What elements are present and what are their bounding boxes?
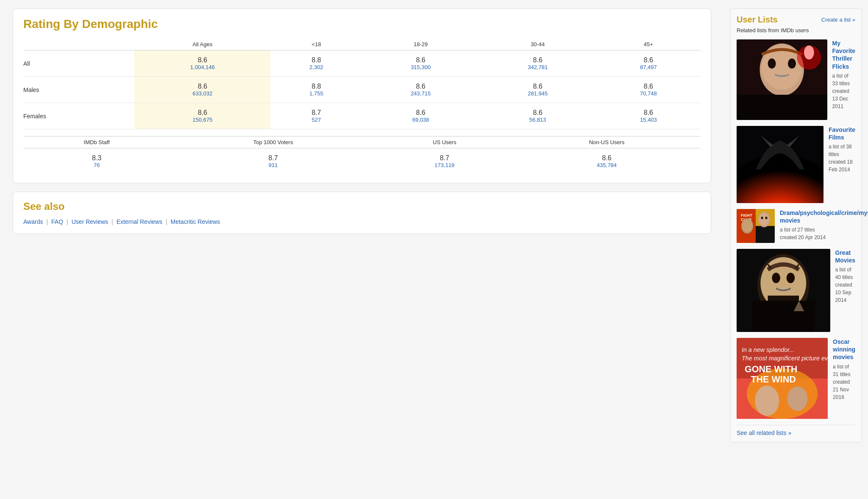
rating-value: 8.6: [416, 109, 426, 116]
special-ratings-table: IMDb Staff Top 1000 Voters US Users Non-…: [23, 136, 701, 174]
vote-count: 281,945: [484, 90, 592, 97]
rating-value: 8.6: [198, 109, 207, 116]
row-label-males: Males: [23, 77, 134, 103]
all-ages-all: 8.6 1,004,146: [134, 50, 270, 77]
svg-point-25: [772, 273, 780, 283]
a1829-males: 8.6 243,715: [362, 77, 479, 103]
special-col-nonus: Non-US Users: [513, 137, 701, 148]
svg-point-26: [787, 273, 795, 283]
list-item-info: Oscar winning movies a list of 31 titles…: [833, 338, 855, 401]
external-reviews-link[interactable]: External Reviews: [117, 218, 162, 225]
list-item-info: Favourite Films a list of 38 titles crea…: [829, 126, 855, 173]
a45p-all: 8.6 87,497: [596, 50, 701, 77]
see-all-related-lists-link[interactable]: See all related lists »: [737, 425, 855, 436]
list-item-title-drama[interactable]: Drama/psychological/crime/mystery movies: [780, 209, 868, 224]
rating-value: 8.7: [440, 154, 449, 162]
vote-count: 911: [174, 162, 372, 168]
metacritic-reviews-link[interactable]: Metacritic Reviews: [171, 218, 220, 225]
table-row: Males 8.6 633,032 8.8 1,755 8.6 243,715: [23, 77, 701, 103]
svg-point-3: [768, 59, 776, 69]
separator: |: [111, 218, 113, 225]
separator: |: [166, 218, 167, 225]
svg-text:In a new splendor...: In a new splendor...: [742, 346, 795, 353]
col-header-3044: 30-44: [479, 39, 596, 50]
svg-text:THE WIND: THE WIND: [751, 374, 796, 385]
user-reviews-link[interactable]: User Reviews: [72, 218, 108, 225]
rating-table: All Ages <18 18-29 30-44 45+ All 8.6 1,0…: [23, 39, 701, 129]
row-label-females: Females: [23, 103, 134, 129]
vote-count: 69,038: [367, 117, 475, 123]
list-item-title-great[interactable]: Great Movies: [835, 249, 855, 264]
special-col-top1000: Top 1000 Voters: [170, 137, 376, 148]
rating-value: 8.6: [602, 154, 611, 162]
list-item: In a new splendor... The most magnificen…: [737, 338, 855, 419]
sidebar-title: User Lists: [737, 15, 778, 25]
rating-value: 8.6: [644, 56, 653, 64]
list-thumb-favourite: [737, 126, 823, 203]
table-row: Females 8.6 150,675 8.7 527 8.6 69,038: [23, 103, 701, 129]
list-item-title-favourite[interactable]: Favourite Films: [829, 126, 855, 141]
nonus-rating: 8.6 435,784: [513, 148, 701, 175]
rating-value: 8.8: [312, 56, 321, 64]
faq-link[interactable]: FAQ: [51, 218, 63, 225]
rating-value: 8.6: [533, 56, 542, 64]
svg-point-18: [765, 217, 768, 219]
svg-rect-5: [737, 95, 827, 120]
vote-count: 315,300: [367, 64, 475, 70]
col-header-all-ages: All Ages: [134, 39, 270, 50]
all-ages-males: 8.6 633,032: [134, 77, 270, 103]
u18-males: 8.8 1,755: [270, 77, 362, 103]
list-meta-line1: a list of 27 titles: [780, 227, 815, 233]
section-title: Rating By Demographic: [23, 17, 701, 31]
rating-value: 8.6: [644, 109, 653, 116]
special-ratings-row: 8.3 76 8.7 911 8.7 173,119 8.6: [23, 148, 701, 175]
imdb-staff-rating: 8.3 76: [23, 148, 170, 175]
a1829-females: 8.6 69,038: [362, 103, 479, 129]
vote-count: 150,675: [139, 117, 266, 123]
rating-value: 8.6: [533, 83, 542, 90]
list-meta-line2: created 21 Nov 2016: [833, 379, 850, 400]
col-header-1829: 18-29: [362, 39, 479, 50]
related-lists-subtitle: Related lists from IMDb users: [737, 27, 855, 33]
rating-value: 8.6: [644, 83, 653, 90]
list-item-meta: a list of 27 titles created 20 Apr 2014: [780, 226, 868, 241]
list-item-title-thriller[interactable]: My Favorite Thriller Flicks: [832, 39, 855, 70]
list-meta-line2: created 20 Apr 2014: [780, 234, 826, 240]
rating-value: 8.7: [312, 109, 321, 116]
list-thumb-thriller: [737, 39, 827, 120]
list-meta-line1: a list of 40 titles: [835, 267, 853, 280]
svg-rect-12: [756, 226, 775, 243]
user-lists-card: User Lists Create a list » Related lists…: [730, 8, 862, 443]
list-meta-line1: a list of 38 titles: [829, 144, 852, 157]
col-header-u18: <18: [270, 39, 362, 50]
create-list-link[interactable]: Create a list »: [821, 17, 855, 23]
list-item-meta: a list of 31 titles created 21 Nov 2016: [833, 363, 855, 401]
vote-count: 56,813: [484, 117, 592, 123]
u18-females: 8.7 527: [270, 103, 362, 129]
vote-count: 87,497: [601, 64, 696, 70]
list-item-title-oscar[interactable]: Oscar winning movies: [833, 338, 855, 361]
list-item: FIGHT CLUB Drama/psychological/crime/mys…: [737, 209, 855, 243]
list-thumb-great: [737, 249, 830, 332]
svg-point-35: [755, 385, 779, 416]
list-meta-line2: created 18 Feb 2014: [829, 159, 853, 173]
us-rating: 8.7 173,119: [376, 148, 513, 175]
a3044-males: 8.6 281,945: [479, 77, 596, 103]
separator: |: [67, 218, 68, 225]
list-item-info: Great Movies a list of 40 titles created…: [835, 249, 855, 304]
list-item: My Favorite Thriller Flicks a list of 33…: [737, 39, 855, 120]
svg-point-16: [759, 213, 769, 226]
vote-count: 435,784: [517, 162, 696, 168]
a3044-all: 8.6 342,781: [479, 50, 596, 77]
list-thumb-oscar: In a new splendor... The most magnificen…: [737, 338, 828, 419]
vote-count: 173,119: [381, 162, 509, 168]
list-item-info: Drama/psychological/crime/mystery movies…: [780, 209, 868, 241]
col-header-empty: [23, 39, 134, 50]
awards-link[interactable]: Awards: [23, 218, 43, 225]
list-item-info: My Favorite Thriller Flicks a list of 33…: [832, 39, 855, 110]
vote-count: 1,755: [275, 90, 358, 97]
a45p-females: 8.6 15,403: [596, 103, 701, 129]
all-ages-females: 8.6 150,675: [134, 103, 270, 129]
sidebar-header: User Lists Create a list »: [737, 15, 855, 25]
vote-count: 342,781: [484, 64, 592, 70]
